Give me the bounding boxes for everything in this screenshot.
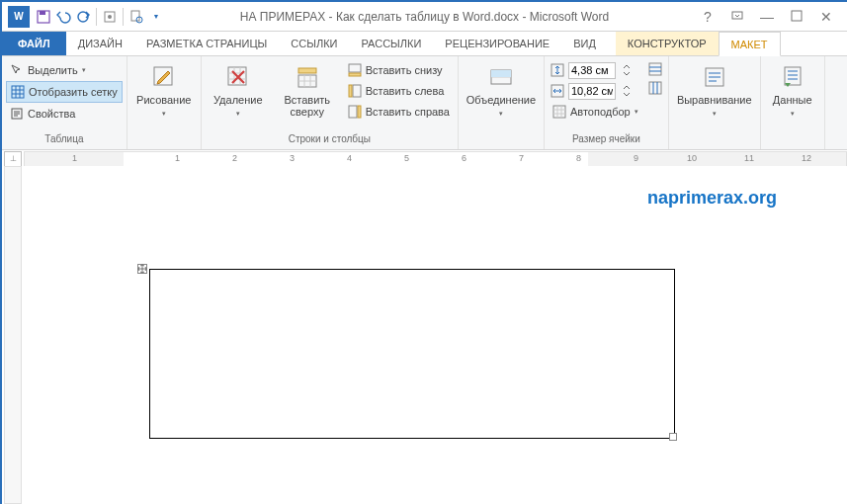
group-alignment: Выравнивание ▾ <box>669 56 761 149</box>
svg-rect-15 <box>349 64 361 72</box>
ribbon-tabs: ФАЙЛ ДИЗАЙН РАЗМЕТКА СТРАНИЦЫ ССЫЛКИ РАС… <box>2 32 847 56</box>
svg-rect-19 <box>349 106 357 118</box>
insert-below-label: Вставить снизу <box>366 64 443 76</box>
properties-button[interactable]: Свойства <box>6 104 123 124</box>
svg-rect-8 <box>792 11 802 21</box>
width-spinner-icon[interactable] <box>618 82 635 100</box>
draw-button[interactable]: Рисование ▾ <box>131 58 197 120</box>
pencil-icon <box>149 62 179 92</box>
insert-right-button[interactable]: Вставить справа <box>344 102 454 122</box>
col-width-icon <box>549 82 566 100</box>
redo-icon[interactable] <box>74 8 92 26</box>
maximize-icon[interactable] <box>788 9 805 25</box>
svg-rect-20 <box>358 106 361 118</box>
tab-review[interactable]: РЕЦЕНЗИРОВАНИЕ <box>433 32 561 55</box>
insert-left-button[interactable]: Вставить слева <box>344 81 454 101</box>
delete-button[interactable]: Удаление ▾ <box>206 58 271 120</box>
svg-rect-9 <box>12 86 24 98</box>
ribbon: Выделить▾ Отобразить сетку Свойства Табл… <box>2 56 847 150</box>
tab-file[interactable]: ФАЙЛ <box>2 32 66 55</box>
group-cell-size: Автоподбор▾ Размер ячейки <box>545 56 669 149</box>
insert-below-button[interactable]: Вставить снизу <box>344 60 454 80</box>
tab-view[interactable]: ВИД <box>561 32 608 55</box>
merge-icon <box>486 62 516 92</box>
merge-button[interactable]: Объединение ▾ <box>463 58 540 120</box>
watermark-text: naprimerax.org <box>647 188 777 209</box>
svg-rect-7 <box>732 12 742 19</box>
group-data: Данные ▾ <box>761 56 825 149</box>
group-draw: Рисование ▾ <box>127 56 202 149</box>
title-bar: W ▼ НА ПРИМЕРАХ - Как сделать таблицу в … <box>2 2 847 32</box>
undo-icon[interactable] <box>54 8 72 26</box>
close-icon[interactable]: ✕ <box>817 9 835 25</box>
tab-mailings[interactable]: РАССЫЛКИ <box>350 32 434 55</box>
distribute-rows-icon[interactable] <box>646 60 664 78</box>
svg-rect-27 <box>649 82 661 94</box>
save-icon[interactable] <box>35 8 52 26</box>
alignment-label: Выравнивание <box>677 94 752 106</box>
minimize-icon[interactable]: — <box>758 9 776 25</box>
row-height-input[interactable] <box>568 62 616 79</box>
ribbon-options-icon[interactable] <box>728 8 746 25</box>
alignment-icon <box>700 62 729 92</box>
col-width-input[interactable] <box>568 83 616 100</box>
print-preview-icon[interactable] <box>127 8 145 26</box>
group-rows-columns-label: Строки и столбцы <box>206 133 454 149</box>
autofit-button[interactable]: Автоподбор▾ <box>549 102 642 122</box>
distribute-cols-icon[interactable] <box>646 79 664 97</box>
insert-above-button[interactable]: Вставить сверху <box>275 58 340 118</box>
qat-dropdown-icon[interactable]: ▼ <box>147 8 165 26</box>
svg-rect-29 <box>785 67 801 85</box>
select-button[interactable]: Выделить▾ <box>6 60 123 80</box>
insert-left-label: Вставить слева <box>366 85 445 97</box>
svg-rect-25 <box>553 106 565 118</box>
data-button[interactable]: Данные ▾ <box>765 58 820 120</box>
group-merge: Объединение ▾ <box>459 56 545 149</box>
word-logo-icon: W <box>8 6 30 28</box>
row-height <box>549 60 642 80</box>
properties-label: Свойства <box>28 108 75 120</box>
svg-rect-26 <box>649 63 661 75</box>
tab-page-layout[interactable]: РАЗМЕТКА СТРАНИЦЫ <box>134 32 279 55</box>
select-label: Выделить <box>28 64 78 76</box>
svg-rect-22 <box>491 70 511 77</box>
table-cell[interactable] <box>149 269 675 439</box>
quick-access-toolbar: W ▼ <box>2 6 169 28</box>
delete-label: Удаление <box>213 94 263 106</box>
autofit-label: Автоподбор <box>570 106 631 118</box>
vertical-ruler[interactable] <box>4 166 22 504</box>
data-icon <box>778 62 807 92</box>
document-area: naprimerax.org <box>2 166 847 504</box>
height-spinner-icon[interactable] <box>618 61 635 79</box>
insert-right-label: Вставить справа <box>366 106 450 118</box>
table-move-handle-icon[interactable] <box>137 264 147 274</box>
svg-rect-5 <box>131 11 139 21</box>
ruler-corner-icon[interactable]: ⊥ <box>4 151 22 167</box>
insert-above-label: Вставить сверху <box>275 94 340 118</box>
group-cell-size-label: Размер ячейки <box>549 133 664 149</box>
table-resize-handle-icon[interactable] <box>669 433 677 441</box>
help-icon[interactable]: ? <box>699 9 717 25</box>
svg-rect-14 <box>298 68 316 73</box>
column-width <box>549 81 642 101</box>
svg-rect-18 <box>349 85 352 97</box>
view-gridlines-label: Отобразить сетку <box>29 86 118 98</box>
merge-label: Объединение <box>466 94 536 106</box>
touch-mode-icon[interactable] <box>101 8 119 26</box>
svg-point-4 <box>108 15 112 19</box>
draw-label: Рисование <box>136 94 191 106</box>
row-height-icon <box>549 61 566 79</box>
svg-rect-1 <box>40 11 45 15</box>
tab-design[interactable]: ДИЗАЙН <box>66 32 134 55</box>
window-controls: ? — ✕ <box>687 8 847 25</box>
tab-table-layout[interactable]: МАКЕТ <box>719 32 781 56</box>
alignment-button[interactable]: Выравнивание ▾ <box>673 58 756 120</box>
tab-references[interactable]: ССЫЛКИ <box>279 32 349 55</box>
svg-rect-16 <box>349 73 361 76</box>
view-gridlines-button[interactable]: Отобразить сетку <box>6 81 123 103</box>
page[interactable]: naprimerax.org <box>36 190 816 504</box>
tab-table-design[interactable]: КОНСТРУКТОР <box>616 32 719 55</box>
group-table: Выделить▾ Отобразить сетку Свойства Табл… <box>2 56 127 149</box>
insert-above-icon <box>293 62 322 92</box>
svg-rect-17 <box>353 85 361 97</box>
